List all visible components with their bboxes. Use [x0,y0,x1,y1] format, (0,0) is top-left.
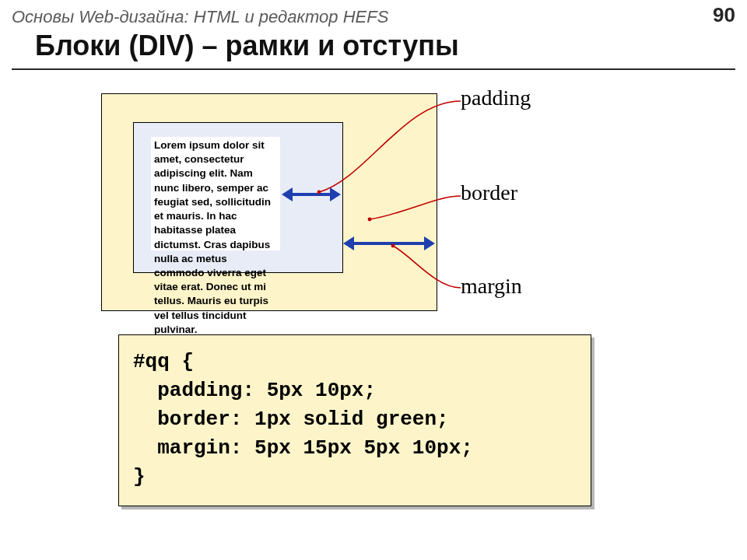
code-block: #qq { padding: 5px 10px; border: 1px sol… [118,334,591,506]
label-margin: margin [461,274,522,299]
header-subtitle: Основы Web-дизайна: HTML и редактор HEFS [12,7,388,27]
page-number: 90 [713,3,735,27]
label-padding: padding [461,86,531,110]
margin-area: Lorem ipsum dolor sit amet, consectetur … [101,93,437,311]
header-bar: Основы Web-дизайна: HTML и редактор HEFS… [12,3,735,27]
content-area: Lorem ipsum dolor sit amet, consectetur … [151,137,280,250]
title-rule [12,68,735,70]
label-border: border [461,180,517,205]
slide-title: Блоки (DIV) – рамки и отступы [35,30,459,62]
border-area: Lorem ipsum dolor sit amet, consectetur … [133,122,343,273]
slide: Основы Web-дизайна: HTML и редактор HEFS… [0,0,747,560]
